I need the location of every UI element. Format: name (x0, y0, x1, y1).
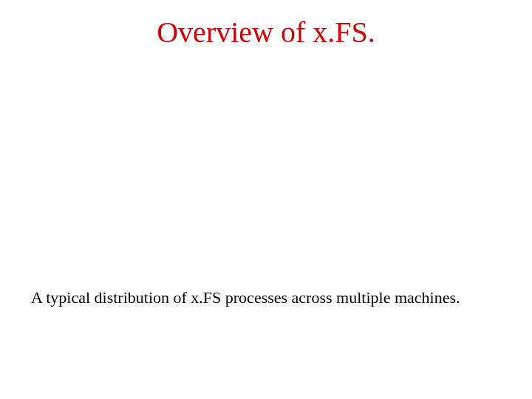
slide-title: Overview of x.FS. (0, 15, 532, 50)
slide: Overview of x.FS. A typical distribution… (0, 0, 532, 399)
caption-text: A typical distribution of x.FS processes… (31, 288, 460, 307)
